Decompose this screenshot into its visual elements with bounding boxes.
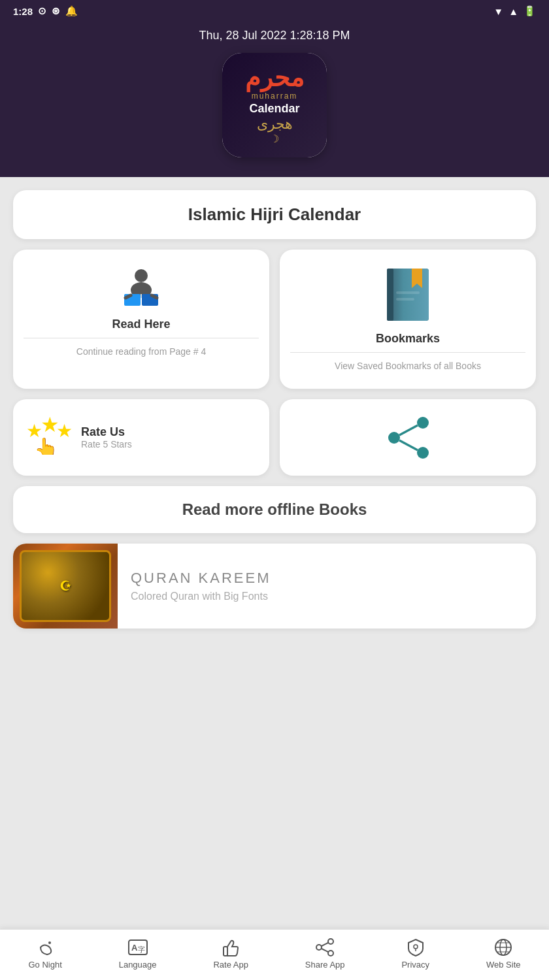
share-icon: [385, 415, 431, 461]
promo-book-card[interactable]: ☪ QURAN KAREEM Colored Quran with Big Fo…: [13, 544, 536, 629]
promo-book-title: QURAN KAREEM: [131, 570, 523, 587]
battery-icon: 🔋: [524, 5, 536, 17]
status-bar: 1:28 ⊙ ⊛ 🔔 ▼ ▲ 🔋: [0, 0, 549, 22]
nav-language-label: Language: [119, 960, 157, 970]
share-card[interactable]: [280, 399, 536, 476]
offline-title: Read more offline Books: [27, 500, 522, 519]
svg-point-28: [316, 945, 322, 950]
translate-icon: A 字: [127, 938, 148, 957]
promo-info: QURAN KAREEM Colored Quran with Big Font…: [118, 559, 536, 613]
svg-line-31: [322, 949, 328, 952]
title-card: Islamic Hijri Calendar: [13, 190, 536, 239]
read-here-card[interactable]: Read Here Continue reading from Page # 4: [13, 250, 269, 389]
thumbsup-icon: [221, 938, 241, 957]
svg-line-20: [399, 425, 418, 435]
status-icon-2: ⊛: [52, 5, 60, 17]
nav-website-label: Web Site: [486, 960, 521, 970]
status-bell-icon: 🔔: [65, 5, 78, 17]
logo-muharram-text: muharram: [252, 91, 298, 101]
svg-text:字: 字: [138, 945, 145, 953]
logo-hijri-text: هجری: [257, 116, 293, 133]
svg-text:A: A: [131, 943, 138, 953]
bookmarks-subtitle: View Saved Bookmarks of all Books: [335, 359, 481, 373]
shield-icon: [406, 938, 425, 957]
read-here-title: Read Here: [112, 318, 170, 331]
read-here-divider: [24, 338, 259, 338]
svg-point-0: [135, 269, 148, 282]
reader-icon: [115, 265, 167, 318]
svg-rect-11: [396, 291, 420, 294]
nav-website[interactable]: Web Site: [486, 938, 521, 970]
bookmarks-card[interactable]: Bookmarks View Saved Bookmarks of all Bo…: [280, 250, 536, 389]
svg-point-19: [417, 447, 429, 459]
status-icon-1: ⊙: [38, 5, 46, 17]
logo-calendar-text: Calendar: [249, 102, 299, 116]
action-row: ★ ★ ★ 👆 Rate Us Rate 5 Stars: [13, 399, 536, 476]
svg-rect-12: [396, 298, 414, 301]
main-content: Islamic Hijri Calendar Read Here Continu…: [0, 177, 549, 980]
globe-icon: [493, 938, 513, 957]
svg-rect-9: [387, 269, 393, 321]
share-nav-icon: [315, 938, 335, 957]
nav-share-app-label: Share App: [305, 960, 345, 970]
nav-rate-app-label: Rate App: [213, 960, 248, 970]
svg-point-18: [388, 432, 400, 444]
svg-point-22: [48, 941, 51, 944]
svg-point-17: [417, 417, 429, 429]
app-header: Thu, 28 Jul 2022 1:28:18 PM محرم muharra…: [0, 22, 549, 177]
svg-line-21: [399, 440, 418, 450]
signal-icon: ▲: [508, 6, 518, 17]
offline-section-title: Read more offline Books: [13, 486, 536, 533]
nav-privacy[interactable]: Privacy: [401, 938, 429, 970]
nav-go-night[interactable]: Go Night: [28, 938, 61, 970]
nav-language[interactable]: A 字 Language: [119, 938, 157, 970]
bottom-nav: Go Night A 字 Language Rate App Share App: [0, 929, 549, 980]
svg-point-29: [328, 951, 333, 956]
svg-point-27: [328, 939, 333, 944]
logo-arabic-text: محرم: [245, 65, 304, 90]
rate-card[interactable]: ★ ★ ★ 👆 Rate Us Rate 5 Stars: [13, 399, 269, 476]
rate-title: Rate Us: [81, 425, 132, 439]
wifi-icon: ▼: [493, 6, 503, 17]
svg-text:👆: 👆: [34, 436, 59, 455]
app-title: Islamic Hijri Calendar: [27, 204, 522, 225]
rate-text: Rate Us Rate 5 Stars: [81, 425, 132, 449]
svg-text:★: ★: [56, 421, 72, 441]
nav-rate-app[interactable]: Rate App: [213, 938, 248, 970]
nav-go-night-label: Go Night: [28, 960, 61, 970]
top-cards-grid: Read Here Continue reading from Page # 4: [13, 250, 536, 389]
nav-privacy-label: Privacy: [401, 960, 429, 970]
read-here-subtitle: Continue reading from Page # 4: [76, 345, 206, 359]
status-time: 1:28: [13, 6, 33, 17]
rate-subtitle: Rate 5 Stars: [81, 439, 132, 449]
promo-thumbnail: ☪: [13, 544, 118, 629]
bookmarks-icon: [382, 265, 434, 324]
svg-rect-26: [224, 947, 227, 956]
moon-icon: [35, 938, 55, 957]
nav-share-app[interactable]: Share App: [305, 938, 345, 970]
bookmarks-title: Bookmarks: [376, 332, 440, 346]
svg-point-32: [414, 945, 418, 949]
rate-icon: ★ ★ ★ 👆: [26, 412, 72, 463]
datetime-display: Thu, 28 Jul 2022 1:28:18 PM: [199, 29, 350, 42]
svg-line-30: [322, 943, 328, 946]
app-logo: محرم muharram Calendar هجری ☽: [222, 53, 327, 157]
promo-book-subtitle: Colored Quran with Big Fonts: [131, 591, 523, 602]
logo-moon-icon: ☽: [270, 133, 279, 145]
bookmarks-divider: [290, 352, 525, 353]
